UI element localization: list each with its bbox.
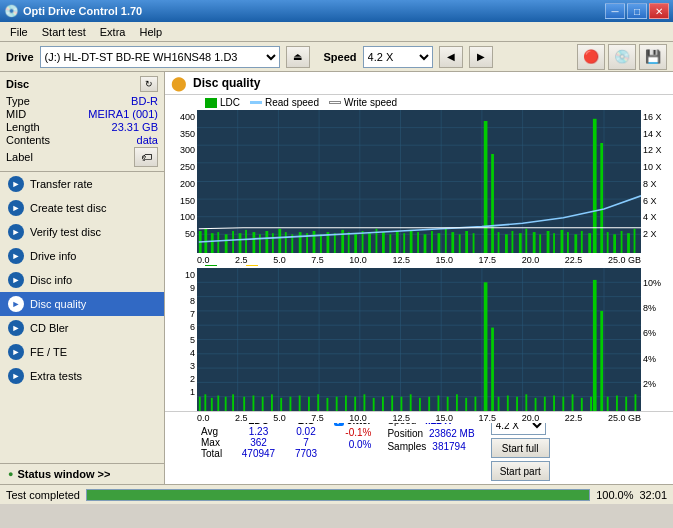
chart2-svg [197, 268, 641, 411]
minimize-button[interactable]: ─ [605, 3, 625, 19]
menu-start-test[interactable]: Start test [36, 24, 92, 40]
disc-quality-title: Disc quality [193, 76, 260, 90]
disc-quality-icon: ⬤ [171, 75, 187, 91]
svg-rect-25 [245, 230, 247, 253]
chart2-x-0: 0.0 [197, 413, 210, 423]
svg-rect-34 [593, 119, 597, 253]
position-stat-row: Position 23862 MB [387, 428, 474, 439]
chart2-y-4: 4 [190, 348, 195, 358]
chart2-x-75: 7.5 [311, 413, 324, 423]
nav-transfer-rate-label: Transfer rate [30, 178, 93, 190]
chart2-y-axis-left: 10 9 8 7 6 5 4 3 2 1 [165, 268, 197, 411]
menu-extra[interactable]: Extra [94, 24, 132, 40]
nav-disc-info[interactable]: ► Disc info [0, 268, 164, 292]
svg-rect-102 [199, 397, 201, 411]
stats-avg-ldc: 1.23 [231, 426, 286, 437]
samples-stat-label: Samples [387, 441, 426, 452]
stats-avg-row: Avg 1.23 0.02 [201, 426, 326, 437]
svg-rect-123 [345, 396, 347, 411]
nav-drive-info-label: Drive info [30, 250, 76, 262]
menu-help[interactable]: Help [133, 24, 168, 40]
svg-rect-124 [354, 397, 356, 411]
nav-disc-info-label: Disc info [30, 274, 72, 286]
nav-create-test-disc[interactable]: ► Create test disc [0, 196, 164, 220]
disc-refresh-button[interactable]: ↻ [140, 76, 158, 92]
chart1-x-25: 2.5 [235, 255, 248, 265]
nav-transfer-rate[interactable]: ► Transfer rate [0, 172, 164, 196]
chart1-y-150: 150 [180, 196, 195, 206]
nav-extra-tests-label: Extra tests [30, 370, 82, 382]
chart1-yr-14: 14 X [643, 129, 662, 139]
nav-disc-quality[interactable]: ► Disc quality [0, 292, 164, 316]
nav-extra-tests[interactable]: ► Extra tests [0, 364, 164, 388]
menu-file[interactable]: File [4, 24, 34, 40]
svg-rect-78 [613, 234, 616, 253]
legend-write-speed-color [329, 101, 341, 104]
status-window-label: Status window >> [17, 468, 110, 480]
chart2-y-8: 8 [190, 296, 195, 306]
chart1-x-225: 22.5 [565, 255, 583, 265]
stats-avg-bis: 0.02 [286, 426, 326, 437]
svg-rect-128 [391, 396, 393, 411]
svg-rect-51 [396, 231, 399, 253]
chart2-y-axis-right: 10% 8% 6% 4% 2% [641, 268, 673, 411]
position-stat-value: 23862 MB [429, 428, 475, 439]
status-window-button[interactable]: ● Status window >> [0, 463, 164, 484]
nav-disc-info-icon: ► [8, 272, 24, 288]
title-bar-left: 💿 Opti Drive Control 1.70 [4, 4, 142, 18]
disc-length-value: 23.31 GB [112, 121, 158, 133]
svg-rect-148 [590, 397, 592, 411]
disc-type-label: Type [6, 95, 30, 107]
save-button[interactable]: 💾 [639, 44, 667, 70]
svg-rect-111 [600, 311, 603, 411]
svg-rect-110 [593, 280, 597, 411]
disc-header: Disc ↻ [6, 76, 158, 92]
close-button[interactable]: ✕ [649, 3, 669, 19]
nav-fe-te[interactable]: ► FE / TE [0, 340, 164, 364]
chart1-y-250: 250 [180, 162, 195, 172]
svg-rect-116 [280, 398, 282, 411]
svg-rect-77 [607, 232, 609, 253]
svg-rect-71 [553, 233, 555, 253]
speed-forward-button[interactable]: ▶ [469, 46, 493, 68]
drive-select[interactable]: (J:) HL-DT-ST BD-RE WH16NS48 1.D3 [40, 46, 280, 68]
stats-total-ldc: 470947 [231, 448, 286, 459]
bottom-status-bar: Test completed 100.0% 32:01 [0, 484, 673, 504]
svg-rect-79 [621, 231, 623, 253]
legend-ldc-label: LDC [220, 97, 240, 108]
nav-cd-bler[interactable]: ► CD Bler [0, 316, 164, 340]
svg-rect-63 [498, 232, 500, 253]
svg-rect-105 [217, 396, 219, 411]
eject-button[interactable]: ⏏ [286, 46, 310, 68]
disc-label-button[interactable]: 🏷 [134, 147, 158, 167]
chart1-svg [197, 110, 641, 253]
disc-button[interactable]: 💿 [608, 44, 636, 70]
disc-length-label: Length [6, 121, 40, 133]
bottom-status-text: Test completed [6, 489, 80, 501]
nav-drive-info[interactable]: ► Drive info [0, 244, 164, 268]
svg-rect-55 [424, 234, 427, 253]
chart2-x-labels: 0.0 2.5 5.0 7.5 10.0 12.5 15.0 17.5 20.0… [197, 413, 641, 423]
svg-rect-114 [262, 397, 264, 411]
chart2-container: 10 9 8 7 6 5 4 3 2 1 [165, 268, 673, 411]
disc-type-row: Type BD-R [6, 95, 158, 107]
chart1-yr-12: 12 X [643, 145, 662, 155]
maximize-button[interactable]: □ [627, 3, 647, 19]
start-full-button[interactable]: Start full [491, 438, 550, 458]
color-button[interactable]: 🔴 [577, 44, 605, 70]
chart2-y-7: 7 [190, 309, 195, 319]
chart1-y-100: 100 [180, 212, 195, 222]
speed-select[interactable]: 4.2 X [363, 46, 433, 68]
nav-verify-test-disc[interactable]: ► Verify test disc [0, 220, 164, 244]
chart1-y-axis-right: 16 X 14 X 12 X 10 X 8 X 6 X 4 X 2 X [641, 110, 673, 253]
svg-rect-67 [525, 229, 527, 253]
start-part-button[interactable]: Start part [491, 461, 550, 481]
nav-create-test-disc-label: Create test disc [30, 202, 106, 214]
nav-transfer-rate-icon: ► [8, 176, 24, 192]
svg-rect-46 [362, 231, 364, 253]
svg-rect-125 [364, 394, 366, 411]
speed-back-button[interactable]: ◀ [439, 46, 463, 68]
chart2-x-175: 17.5 [479, 413, 497, 423]
stats-max-ldc: 362 [231, 437, 286, 448]
nav-verify-test-disc-label: Verify test disc [30, 226, 101, 238]
